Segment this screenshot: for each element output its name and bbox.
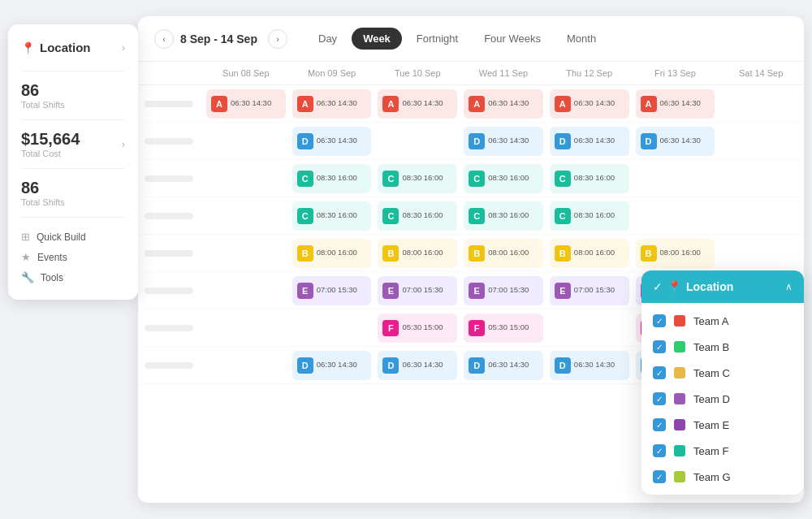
tab-month[interactable]: Month [555,28,607,50]
shift-block[interactable]: F05:30 15:00 [378,314,457,343]
shift-block[interactable]: F05:30 15:00 [464,314,543,343]
cell-r1-c6[interactable] [718,123,804,159]
shift-block[interactable]: E07:00 15:30 [378,276,457,305]
shift-block[interactable]: C08:30 16:00 [378,164,457,193]
team-checkbox-3[interactable]: ✓ [653,392,666,405]
shift-block[interactable]: C08:30 16:00 [292,201,372,231]
dropdown-team-item-6[interactable]: ✓Team G [641,464,804,490]
cell-r0-c3[interactable]: A06:30 14:30 [460,85,546,122]
shift-block[interactable]: D06:30 14:30 [550,127,629,156]
next-week-button[interactable]: › [268,29,287,49]
cell-r6-c4[interactable] [546,309,633,346]
prev-week-button[interactable]: ‹ [154,29,174,49]
cell-r1-c3[interactable]: D06:30 14:30 [460,123,546,159]
cell-r0-c0[interactable]: A06:30 14:30 [203,85,289,122]
cell-r4-c1[interactable]: B08:00 16:00 [289,235,375,271]
dropdown-team-item-0[interactable]: ✓Team A [641,308,804,334]
cell-r3-c4[interactable]: C08:30 16:00 [546,197,633,234]
cell-r5-c0[interactable] [203,272,289,309]
tools-item[interactable]: 🔧 Tools [21,271,125,283]
team-checkbox-0[interactable]: ✓ [653,314,666,327]
cell-r5-c1[interactable]: E07:00 15:30 [289,272,375,309]
cell-r4-c4[interactable]: B08:00 16:00 [546,235,633,271]
cell-r0-c2[interactable]: A06:30 14:30 [374,85,460,122]
shift-block[interactable]: B08:00 16:00 [378,239,457,268]
dropdown-team-item-2[interactable]: ✓Team C [641,360,804,386]
shift-block[interactable]: D06:30 14:30 [464,127,543,156]
cell-r1-c4[interactable]: D06:30 14:30 [546,123,633,159]
cell-r3-c1[interactable]: C08:30 16:00 [289,197,375,234]
shift-block[interactable]: A06:30 14:30 [464,89,543,119]
cell-r5-c3[interactable]: E07:00 15:30 [460,272,546,309]
shift-block[interactable]: B08:00 16:00 [292,239,372,268]
tab-day[interactable]: Day [307,28,348,50]
shift-block[interactable]: C08:30 16:00 [550,164,629,193]
team-checkbox-5[interactable]: ✓ [653,444,666,457]
cell-r2-c3[interactable]: C08:30 16:00 [460,160,546,197]
cell-r3-c6[interactable] [718,197,804,234]
cell-r7-c3[interactable]: D06:30 14:30 [460,347,546,383]
cell-r0-c1[interactable]: A06:30 14:30 [289,85,375,122]
team-checkbox-1[interactable]: ✓ [653,340,666,353]
cell-r2-c4[interactable]: C08:30 16:00 [546,160,633,197]
cell-r6-c2[interactable]: F05:30 15:00 [374,309,460,346]
shift-block[interactable]: B08:00 16:00 [636,239,715,268]
team-checkbox-4[interactable]: ✓ [653,418,666,431]
shift-block[interactable]: D06:30 14:30 [292,351,372,380]
cell-r2-c1[interactable]: C08:30 16:00 [289,160,375,197]
shift-block[interactable]: D06:30 14:30 [550,351,629,380]
cell-r3-c0[interactable] [203,197,289,234]
shift-block[interactable]: A06:30 14:30 [636,89,715,119]
shift-block[interactable]: C08:30 16:00 [378,201,457,231]
cell-r0-c4[interactable]: A06:30 14:30 [546,85,633,122]
sidebar-location-row[interactable]: 📍 Location › [21,41,125,54]
cell-r3-c3[interactable]: C08:30 16:00 [460,197,546,234]
cell-r7-c2[interactable]: D06:30 14:30 [374,347,460,383]
cell-r2-c6[interactable] [718,160,804,197]
cell-r5-c2[interactable]: E07:00 15:30 [374,272,460,309]
dropdown-header[interactable]: ✓ 📍 Location ∧ [641,270,804,303]
shift-block[interactable]: B08:00 16:00 [464,239,543,268]
cell-r5-c4[interactable]: E07:00 15:30 [546,272,633,309]
shift-block[interactable]: C08:30 16:00 [550,201,629,231]
shift-block[interactable]: A06:30 14:30 [206,89,286,119]
tab-week[interactable]: Week [352,28,402,50]
cell-r2-c0[interactable] [203,160,289,197]
cell-r7-c0[interactable] [203,347,289,383]
cell-r2-c5[interactable] [633,160,719,197]
cell-r1-c0[interactable] [203,123,289,159]
dropdown-team-item-5[interactable]: ✓Team F [641,438,804,464]
cell-r7-c4[interactable]: D06:30 14:30 [546,347,633,383]
shift-block[interactable]: D06:30 14:30 [292,127,372,156]
events-item[interactable]: ★ Events [21,251,125,263]
shift-block[interactable]: C08:30 16:00 [464,164,543,193]
total-cost-stat[interactable]: $15,664 Total Cost › [21,130,125,158]
shift-block[interactable]: C08:30 16:00 [292,164,372,193]
cell-r4-c6[interactable] [718,235,804,271]
shift-block[interactable]: A06:30 14:30 [378,89,457,119]
cell-r1-c1[interactable]: D06:30 14:30 [289,123,375,159]
cell-r6-c0[interactable] [203,309,289,346]
cell-r3-c2[interactable]: C08:30 16:00 [374,197,460,234]
shift-block[interactable]: B08:00 16:00 [550,239,629,268]
tab-fortnight[interactable]: Fortnight [405,28,469,50]
cell-r2-c2[interactable]: C08:30 16:00 [374,160,460,197]
cell-r4-c5[interactable]: B08:00 16:00 [633,235,719,271]
cell-r1-c2[interactable] [374,123,460,159]
cell-r4-c3[interactable]: B08:00 16:00 [460,235,546,271]
shift-block[interactable]: E07:00 15:30 [464,276,543,305]
dropdown-team-item-1[interactable]: ✓Team B [641,334,804,360]
dropdown-team-item-4[interactable]: ✓Team E [641,412,804,438]
shift-block[interactable]: A06:30 14:30 [550,89,629,119]
cell-r0-c5[interactable]: A06:30 14:30 [633,85,719,122]
cell-r3-c5[interactable] [633,197,719,234]
cell-r6-c3[interactable]: F05:30 15:00 [460,309,546,346]
team-checkbox-2[interactable]: ✓ [653,366,666,379]
team-checkbox-6[interactable]: ✓ [653,470,666,483]
shift-block[interactable]: D06:30 14:30 [636,127,715,156]
quick-build-item[interactable]: ⊞ Quick Build [21,231,125,243]
tab-four-weeks[interactable]: Four Weeks [473,28,552,50]
shift-block[interactable]: A06:30 14:30 [292,89,372,119]
shift-block[interactable]: D06:30 14:30 [464,351,543,380]
shift-block[interactable]: D06:30 14:30 [378,351,457,380]
